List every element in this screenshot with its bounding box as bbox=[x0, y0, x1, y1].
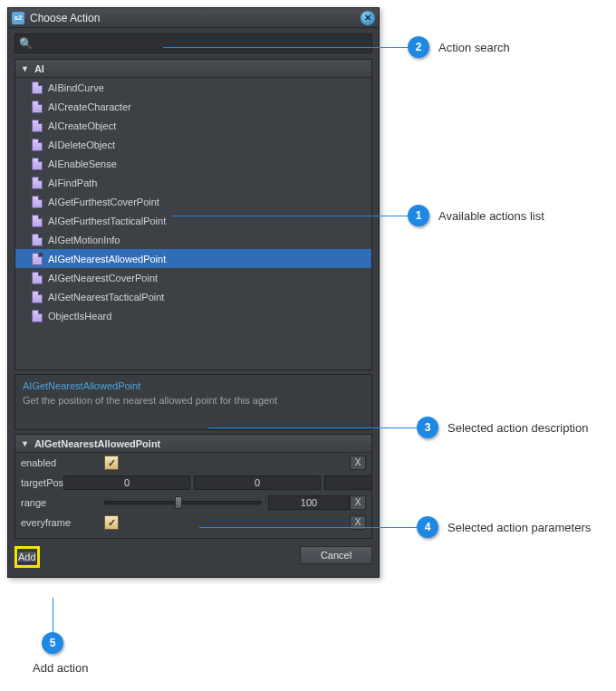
action-label: AIDeleteObject bbox=[48, 139, 115, 150]
callout-label: Add action bbox=[33, 661, 88, 675]
script-icon bbox=[32, 139, 43, 151]
action-label: AIGetFurthestTacticalPoint bbox=[48, 216, 166, 226]
script-icon bbox=[32, 215, 43, 227]
param-row-range: range X bbox=[15, 493, 371, 513]
param-label: targetPos bbox=[21, 477, 63, 488]
enabled-checkbox[interactable]: ✓ bbox=[104, 456, 119, 470]
callout-5: 5 Add action bbox=[42, 632, 88, 675]
script-icon bbox=[32, 177, 43, 189]
script-icon bbox=[32, 310, 43, 322]
callout-bubble: 1 bbox=[408, 205, 429, 226]
action-label: AIGetNearestTacticalPoint bbox=[48, 292, 164, 302]
action-label: ObjectIsHeard bbox=[48, 311, 111, 322]
script-icon bbox=[32, 234, 43, 246]
action-item[interactable]: AIEnableSense bbox=[15, 154, 371, 173]
param-x-button[interactable]: X bbox=[350, 495, 366, 510]
script-icon bbox=[32, 196, 43, 208]
range-value-input[interactable] bbox=[268, 495, 350, 510]
targetpos-y-input[interactable] bbox=[194, 475, 321, 490]
param-row-targetpos: targetPos V bbox=[15, 473, 371, 493]
description-panel: AIGetNearestAllowedPoint Get the positio… bbox=[14, 374, 372, 430]
script-icon bbox=[32, 82, 43, 94]
script-icon bbox=[32, 101, 43, 113]
action-label: AICreateObject bbox=[48, 120, 116, 131]
callout-4: 4 Selected action parameters bbox=[417, 516, 591, 538]
search-box: 🔍 bbox=[14, 34, 372, 53]
group-name: AI bbox=[34, 63, 44, 74]
action-label: AIGetFurthestCoverPoint bbox=[48, 197, 159, 207]
params-header[interactable]: ▼ AIGetNearestAllowedPoint bbox=[15, 435, 371, 453]
targetpos-z-input[interactable] bbox=[324, 475, 372, 490]
add-button[interactable]: Add bbox=[17, 551, 37, 563]
action-label: AICreateCharacter bbox=[48, 101, 131, 112]
action-item[interactable]: AIFindPath bbox=[15, 173, 371, 192]
group-header-ai[interactable]: ▼ AI bbox=[15, 60, 371, 78]
choose-action-dialog: s2 Choose Action ✕ 🔍 ▼ AI AIBindCurveAIC… bbox=[7, 7, 380, 578]
action-item[interactable]: AIGetNearestCoverPoint bbox=[15, 268, 371, 287]
action-item[interactable]: AIGetFurthestCoverPoint bbox=[15, 192, 371, 211]
action-item[interactable]: AIBindCurve bbox=[15, 78, 371, 97]
action-item[interactable]: AICreateObject bbox=[15, 116, 371, 135]
action-label: AIBindCurve bbox=[48, 82, 104, 93]
callout-bubble: 2 bbox=[408, 36, 429, 58]
targetpos-x-input[interactable] bbox=[63, 475, 190, 490]
param-label: enabled bbox=[21, 457, 104, 468]
selected-action-text: Get the position of the nearest allowed … bbox=[23, 395, 364, 406]
action-label: AIGetMotionInfo bbox=[48, 235, 120, 245]
script-icon bbox=[32, 272, 43, 284]
titlebar: s2 Choose Action ✕ bbox=[8, 8, 379, 28]
param-label: range bbox=[21, 497, 104, 508]
param-label: everyframe bbox=[21, 517, 104, 528]
callout-2: 2 Action search bbox=[408, 36, 510, 58]
script-icon bbox=[32, 253, 43, 265]
param-x-button[interactable]: X bbox=[350, 456, 366, 470]
action-label: AIEnableSense bbox=[48, 158, 117, 169]
action-item[interactable]: AICreateCharacter bbox=[15, 97, 371, 116]
slider-thumb[interactable] bbox=[175, 496, 182, 509]
action-item[interactable]: AIDeleteObject bbox=[15, 135, 371, 154]
selected-action-title: AIGetNearestAllowedPoint bbox=[23, 380, 364, 391]
range-slider[interactable] bbox=[104, 501, 261, 504]
params-title: AIGetNearestAllowedPoint bbox=[34, 438, 160, 449]
app-icon: s2 bbox=[12, 12, 24, 24]
callout-label: Selected action description bbox=[448, 421, 588, 435]
callout-bubble: 4 bbox=[417, 516, 438, 538]
actions-list-panel: ▼ AI AIBindCurveAICreateCharacterAICreat… bbox=[14, 59, 372, 370]
script-icon bbox=[32, 158, 43, 170]
parameters-panel: ▼ AIGetNearestAllowedPoint enabled ✓ X t… bbox=[14, 434, 372, 539]
callout-label: Available actions list bbox=[438, 209, 544, 223]
dialog-title: Choose Action bbox=[30, 12, 361, 24]
param-row-enabled: enabled ✓ X bbox=[15, 453, 371, 473]
action-label: AIFindPath bbox=[48, 178, 97, 188]
callout-label: Selected action parameters bbox=[448, 521, 591, 534]
dialog-button-row: Add Cancel bbox=[8, 542, 379, 577]
callout-bubble: 5 bbox=[42, 632, 63, 654]
add-button-highlight: Add bbox=[14, 546, 40, 568]
action-item[interactable]: AIGetMotionInfo bbox=[15, 230, 371, 249]
action-label: AIGetNearestCoverPoint bbox=[48, 273, 158, 283]
search-icon: 🔍 bbox=[19, 37, 33, 50]
callout-1: 1 Available actions list bbox=[408, 205, 544, 226]
param-row-everyframe: everyframe ✓ X bbox=[15, 513, 371, 533]
everyframe-checkbox[interactable]: ✓ bbox=[104, 515, 119, 530]
action-item[interactable]: AIGetFurthestTacticalPoint bbox=[15, 211, 371, 230]
action-item[interactable]: AIGetNearestTacticalPoint bbox=[15, 287, 371, 306]
callout-label: Action search bbox=[438, 41, 510, 54]
search-input[interactable] bbox=[36, 38, 368, 49]
close-icon[interactable]: ✕ bbox=[361, 11, 375, 25]
param-x-button[interactable]: X bbox=[350, 515, 366, 530]
action-item[interactable]: ObjectIsHeard bbox=[15, 306, 371, 325]
chevron-down-icon: ▼ bbox=[21, 64, 29, 73]
callout-bubble: 3 bbox=[417, 417, 438, 438]
cancel-button[interactable]: Cancel bbox=[300, 546, 372, 564]
action-item[interactable]: AIGetNearestAllowedPoint bbox=[15, 249, 371, 268]
script-icon bbox=[32, 291, 43, 303]
action-label: AIGetNearestAllowedPoint bbox=[48, 254, 166, 264]
chevron-down-icon: ▼ bbox=[21, 439, 29, 448]
script-icon bbox=[32, 120, 43, 132]
callout-3: 3 Selected action description bbox=[417, 417, 588, 438]
